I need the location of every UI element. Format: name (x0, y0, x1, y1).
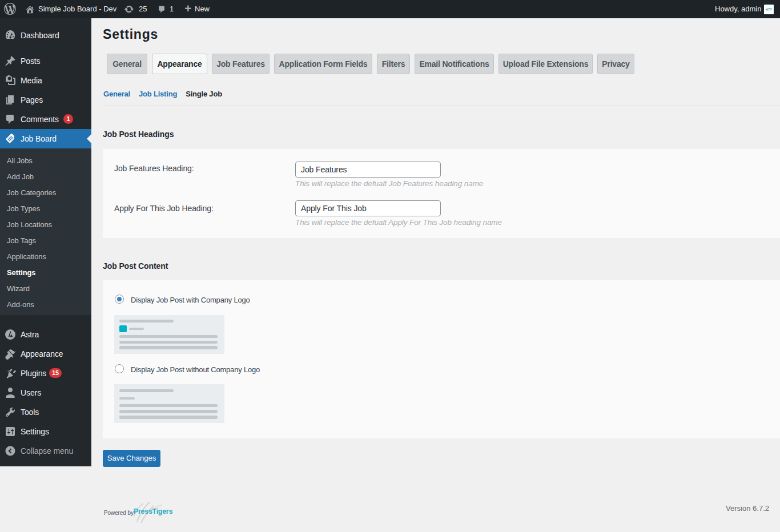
svg-text:PressTigers: PressTigers (134, 507, 172, 515)
